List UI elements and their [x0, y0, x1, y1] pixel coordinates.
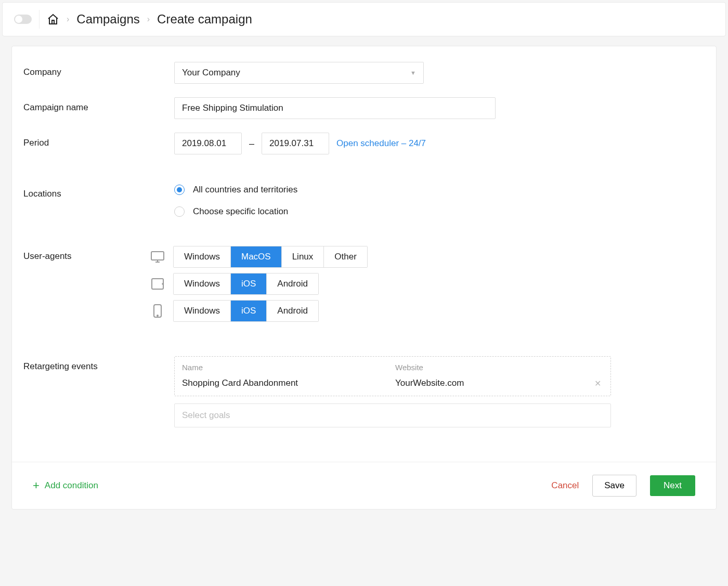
company-select-value: Your Company [182, 68, 240, 78]
mobile-os-segment: Windows iOS Android [173, 300, 319, 322]
desktop-macos-button[interactable]: MacOS [230, 246, 281, 267]
chevron-right-icon: › [67, 15, 69, 24]
events-col-website: Website [395, 363, 423, 372]
period-end-input[interactable]: 2019.07.31 [262, 133, 329, 154]
mobile-ios-button[interactable]: iOS [230, 301, 266, 321]
svg-point-5 [157, 315, 158, 316]
period-range-separator: – [249, 138, 254, 149]
desktop-os-segment: Windows MacOS Linux Other [173, 246, 368, 268]
svg-rect-0 [52, 20, 54, 24]
divider [39, 10, 40, 29]
desktop-linux-button[interactable]: Linux [281, 246, 324, 267]
tablet-ios-button[interactable]: iOS [230, 274, 266, 294]
tablet-os-segment: Windows iOS Android [173, 273, 319, 295]
period-label: Period [23, 133, 174, 148]
campaign-name-input[interactable]: Free Shipping Stimulation [174, 97, 496, 119]
event-website: YourWebsite.com [395, 378, 592, 388]
locations-label: Locations [23, 184, 174, 199]
svg-point-3 [162, 283, 163, 284]
tablet-windows-button[interactable]: Windows [174, 274, 230, 294]
header-toggle[interactable] [14, 15, 32, 24]
next-button[interactable]: Next [650, 475, 695, 496]
campaign-name-label: Campaign name [23, 97, 174, 113]
radio-icon [174, 185, 185, 195]
retargeting-events-box: Name Website Shopping Card Abandonment Y… [174, 356, 611, 396]
desktop-icon [149, 250, 166, 264]
cancel-button[interactable]: Cancel [551, 480, 579, 491]
company-select[interactable]: Your Company ▼ [174, 62, 424, 84]
tablet-android-button[interactable]: Android [266, 274, 318, 294]
breadcrumb-campaigns[interactable]: Campaigns [76, 12, 139, 27]
open-scheduler-link[interactable]: Open scheduler – 24/7 [336, 138, 426, 149]
caret-down-icon: ▼ [410, 70, 416, 76]
period-start-input[interactable]: 2019.08.01 [174, 133, 242, 154]
remove-event-icon[interactable]: ✕ [592, 379, 603, 388]
desktop-windows-button[interactable]: Windows [174, 246, 230, 267]
user-agents-label: User-agents [23, 246, 149, 262]
plus-icon: + [33, 480, 40, 491]
breadcrumb-current: Create campaign [157, 12, 252, 27]
svg-rect-1 [151, 252, 164, 260]
tablet-icon [149, 277, 166, 291]
retargeting-label: Retargeting events [23, 356, 174, 372]
page-header: › Campaigns › Create campaign [2, 2, 726, 36]
events-col-name: Name [182, 363, 395, 372]
card-footer: + Add condition Cancel Save Next [12, 462, 716, 509]
mobile-icon [149, 304, 166, 318]
mobile-android-button[interactable]: Android [266, 301, 318, 321]
chevron-right-icon: › [147, 15, 150, 24]
retargeting-event-row: Shopping Card Abandonment YourWebsite.co… [182, 378, 603, 388]
location-specific-radio[interactable]: Choose specific location [174, 206, 705, 217]
add-condition-button[interactable]: + Add condition [33, 480, 98, 491]
company-label: Company [23, 62, 174, 77]
mobile-windows-button[interactable]: Windows [174, 301, 230, 321]
home-icon[interactable] [47, 13, 59, 25]
svg-rect-2 [152, 279, 163, 289]
form-card: Company Your Company ▼ Campaign name Fre… [11, 46, 717, 510]
save-button[interactable]: Save [592, 475, 636, 497]
radio-icon [174, 206, 185, 217]
desktop-other-button[interactable]: Other [323, 246, 367, 267]
location-all-radio[interactable]: All countries and territories [174, 185, 705, 195]
event-name: Shopping Card Abandonment [182, 378, 395, 388]
select-goals-input[interactable]: Select goals [174, 403, 611, 427]
